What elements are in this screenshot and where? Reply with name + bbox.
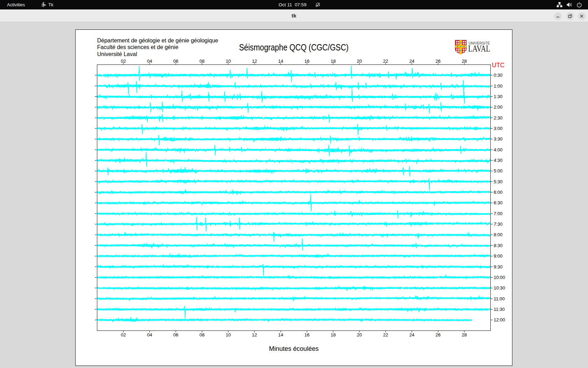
svg-text:26: 26 xyxy=(435,332,440,338)
svg-text:11:30: 11:30 xyxy=(494,307,505,312)
svg-text:06: 06 xyxy=(173,59,178,64)
svg-text:4:30: 4:30 xyxy=(494,158,503,163)
svg-text:1:30: 1:30 xyxy=(494,94,503,99)
svg-text:10:00: 10:00 xyxy=(494,275,505,280)
svg-text:14: 14 xyxy=(278,59,283,64)
svg-text:24: 24 xyxy=(409,59,414,64)
svg-text:1:00: 1:00 xyxy=(494,83,503,89)
svg-text:10: 10 xyxy=(226,332,231,338)
svg-text:Minutes écoulées: Minutes écoulées xyxy=(269,345,319,352)
svg-text:04: 04 xyxy=(147,332,152,338)
svg-text:16: 16 xyxy=(304,332,309,338)
svg-text:UTC: UTC xyxy=(492,62,505,69)
svg-text:06: 06 xyxy=(173,332,178,338)
svg-text:11:00: 11:00 xyxy=(494,296,505,301)
svg-text:3:30: 3:30 xyxy=(494,136,503,142)
svg-text:10: 10 xyxy=(226,59,231,64)
svg-text:2:00: 2:00 xyxy=(494,104,503,110)
svg-text:12: 12 xyxy=(252,332,257,338)
svg-text:7:00: 7:00 xyxy=(494,211,503,216)
svg-text:22: 22 xyxy=(383,332,388,338)
svg-text:20: 20 xyxy=(357,332,362,338)
svg-text:28: 28 xyxy=(462,59,467,64)
svg-text:12:00: 12:00 xyxy=(494,317,505,322)
svg-text:18: 18 xyxy=(331,332,336,338)
svg-text:04: 04 xyxy=(147,59,152,64)
svg-text:9:00: 9:00 xyxy=(494,253,503,259)
svg-text:22: 22 xyxy=(383,59,388,64)
svg-text:LAVAL: LAVAL xyxy=(468,44,490,53)
svg-text:6:00: 6:00 xyxy=(494,190,503,195)
svg-text:3:00: 3:00 xyxy=(494,126,503,131)
svg-text:8:00: 8:00 xyxy=(494,232,503,237)
svg-text:24: 24 xyxy=(409,332,414,338)
svg-text:5:30: 5:30 xyxy=(494,179,503,184)
svg-text:9:30: 9:30 xyxy=(494,264,503,270)
svg-text:28: 28 xyxy=(462,332,467,338)
svg-text:02: 02 xyxy=(121,332,126,338)
svg-text:10:30: 10:30 xyxy=(494,285,505,291)
svg-text:14: 14 xyxy=(278,332,283,338)
svg-text:7:30: 7:30 xyxy=(494,222,503,227)
svg-text:08: 08 xyxy=(200,59,204,64)
svg-text:02: 02 xyxy=(121,59,126,64)
svg-text:2:30: 2:30 xyxy=(494,115,503,121)
svg-text:0:30: 0:30 xyxy=(494,73,503,78)
svg-text:20: 20 xyxy=(357,59,362,64)
svg-text:4:00: 4:00 xyxy=(494,147,503,152)
svg-text:6:30: 6:30 xyxy=(494,200,503,205)
svg-text:Université Laval: Université Laval xyxy=(97,51,137,57)
svg-text:Département de géologie et de: Département de géologie et de génie géol… xyxy=(97,37,218,43)
svg-text:08: 08 xyxy=(200,332,204,338)
svg-text:16: 16 xyxy=(304,59,309,64)
svg-text:12: 12 xyxy=(252,59,257,64)
svg-text:8:30: 8:30 xyxy=(494,243,503,248)
svg-text:Séismographe QCQ (CGC/GSC): Séismographe QCQ (CGC/GSC) xyxy=(239,42,349,52)
svg-text:Faculté des sciences et de gén: Faculté des sciences et de génie xyxy=(97,44,178,50)
svg-text:5:00: 5:00 xyxy=(494,168,503,173)
svg-text:18: 18 xyxy=(331,59,336,64)
svg-text:26: 26 xyxy=(435,59,440,64)
